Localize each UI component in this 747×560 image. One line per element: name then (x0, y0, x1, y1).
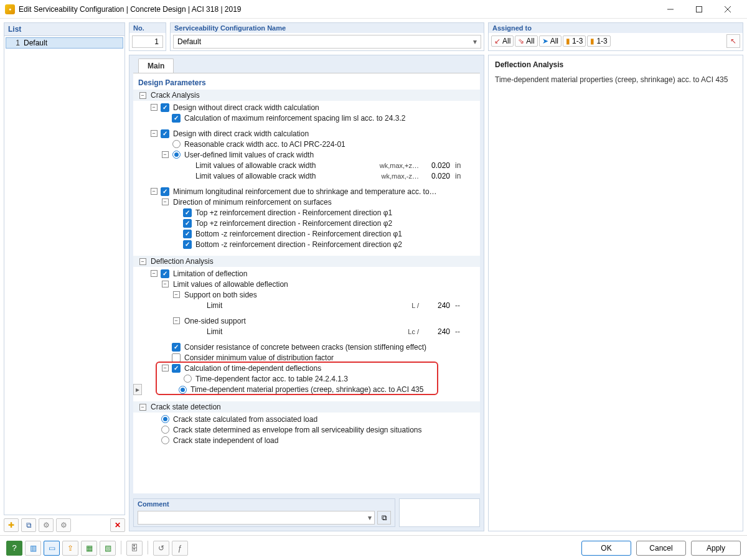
item-label: Limitation of deflection (171, 269, 476, 279)
cancel-button[interactable]: Cancel (636, 541, 686, 556)
minimize-button[interactable] (656, 0, 685, 19)
list-item-number: 1 (9, 39, 20, 47)
value-field[interactable]: 0.020 (421, 161, 453, 170)
footer-tool-help[interactable]: ? (6, 541, 22, 556)
checkbox[interactable] (172, 343, 181, 352)
value-field[interactable]: 240 (421, 301, 453, 310)
section-design-parameters: Design Parameters (137, 76, 476, 88)
collapse-icon[interactable]: − (139, 258, 146, 265)
item-label: Limit values of allowable deflection (171, 279, 476, 289)
item-label: Calculation of maximum reinforcement spa… (182, 113, 476, 123)
radio[interactable] (161, 415, 169, 423)
checkbox[interactable] (172, 114, 181, 123)
checkbox[interactable] (172, 353, 181, 362)
collapse-icon[interactable]: − (162, 151, 169, 158)
checkbox[interactable] (183, 230, 192, 238)
footer-tool-3[interactable]: ▭ (44, 541, 60, 556)
value-field[interactable]: 240 (421, 327, 453, 337)
toolbar-button-b[interactable]: ⚙ (56, 518, 71, 532)
footer-tool-4[interactable]: ⇪ (62, 541, 78, 556)
group-deflection-analysis: Deflection Analysis (148, 256, 476, 266)
assigned-tag[interactable]: ↙All (491, 35, 514, 47)
collapse-icon[interactable]: − (151, 188, 157, 195)
comment-field[interactable] (138, 511, 375, 525)
footer-tool-7[interactable]: 🗄 (126, 541, 143, 556)
radio[interactable] (179, 386, 187, 394)
assigned-tag[interactable]: ▮1-3 (563, 35, 586, 47)
comment-side-box (399, 498, 480, 527)
collapse-icon[interactable]: − (173, 291, 180, 298)
item-label: Limit values of allowable crack width (193, 161, 373, 170)
assigned-tag[interactable]: ▮1-3 (587, 35, 610, 47)
collapse-icon[interactable]: − (162, 365, 169, 371)
list-panel: List 1 Default ✚ ⧉ ⚙ ⚙ ✕ (4, 22, 125, 531)
item-label: Crack state calculated from associated l… (171, 414, 476, 424)
collapse-icon[interactable]: − (151, 130, 157, 137)
radio[interactable] (161, 426, 169, 434)
collapse-icon[interactable]: − (151, 270, 157, 277)
comment-header: Comment (134, 499, 395, 509)
item-label: Consider minimum value of distribution f… (182, 353, 476, 363)
list-item[interactable]: 1 Default (6, 37, 123, 49)
checkbox[interactable] (183, 208, 192, 217)
item-label: Limit (204, 327, 373, 337)
collapse-icon[interactable]: − (162, 281, 169, 287)
collapse-icon[interactable]: − (173, 317, 180, 324)
item-label: Time-dependent material properties (cree… (188, 385, 476, 394)
item-label: Consider resistance of concrete between … (182, 342, 476, 352)
tab-main[interactable]: Main (138, 58, 174, 73)
maximize-button[interactable] (685, 0, 713, 19)
item-label: Reasonable crack width acc. to ACI PRC-2… (182, 139, 476, 149)
checkbox[interactable] (161, 187, 169, 196)
footer-tool-undo[interactable]: ↺ (153, 541, 169, 556)
value-field[interactable]: 0.020 (421, 171, 453, 181)
footer-tool-5[interactable]: ▦ (81, 541, 97, 556)
name-box: Serviceability Configuration Name Defaul… (170, 22, 484, 51)
radio[interactable] (172, 151, 181, 159)
comment-edit-button[interactable]: ⧉ (377, 511, 391, 525)
checkbox[interactable] (161, 129, 169, 138)
item-label: User-defined limit values of crack width (182, 150, 476, 160)
toolbar-button-a[interactable]: ⚙ (39, 518, 54, 532)
delete-item-button[interactable]: ✕ (110, 518, 125, 532)
no-box: No. 1 (129, 22, 166, 51)
item-label: Bottom -z reinforcement direction - Rein… (193, 229, 476, 239)
collapse-icon[interactable]: − (139, 404, 146, 411)
item-label: Design with direct crack width calculati… (171, 129, 476, 139)
radio[interactable] (172, 140, 181, 148)
checkbox[interactable] (183, 240, 192, 249)
name-field[interactable]: Default (173, 35, 481, 49)
row-selector-icon[interactable]: ▸ (133, 384, 142, 395)
footer-tool-9[interactable]: ƒ (172, 541, 188, 556)
info-panel: Deflection Analysis Time-dependent mater… (488, 55, 743, 531)
no-header: No. (129, 23, 166, 33)
collapse-icon[interactable]: − (151, 104, 157, 111)
footer-toolbar: ? ▥ ▭ ⇪ ▦ ▧ 🗄 ↺ ƒ (6, 541, 188, 556)
apply-button[interactable]: Apply (691, 541, 741, 556)
checkbox[interactable] (183, 219, 192, 228)
assigned-picker-button[interactable]: ↖ (726, 34, 740, 48)
main-panel: Main Design Parameters −Crack Analysis −… (129, 55, 484, 531)
list-body[interactable]: 1 Default (4, 36, 125, 515)
collapse-icon[interactable]: − (139, 92, 146, 99)
new-item-button[interactable]: ✚ (4, 518, 19, 532)
copy-item-button[interactable]: ⧉ (21, 518, 36, 532)
close-button[interactable] (713, 0, 742, 19)
assigned-body: ↙All ⇘All ➤All ▮1-3 ▮1-3 ↖ (489, 33, 743, 49)
svg-rect-1 (697, 6, 702, 12)
radio[interactable] (161, 436, 169, 444)
checkbox[interactable] (161, 269, 169, 278)
assigned-tag[interactable]: ➤All (539, 35, 561, 47)
item-label: Time-dependent factor acc. to table 24.2… (193, 374, 476, 384)
collapse-icon[interactable]: − (162, 198, 169, 205)
checkbox[interactable] (172, 364, 181, 373)
footer-tool-6[interactable]: ▧ (100, 541, 116, 556)
assigned-tag[interactable]: ⇘All (515, 35, 537, 47)
ok-button[interactable]: OK (581, 541, 631, 556)
radio[interactable] (184, 375, 192, 383)
item-label: Crack state determined as envelope from … (171, 425, 476, 435)
checkbox[interactable] (161, 103, 169, 112)
item-label: Limit values of allowable crack width (193, 171, 373, 181)
no-field[interactable]: 1 (132, 35, 163, 48)
footer-tool-2[interactable]: ▥ (25, 541, 41, 556)
